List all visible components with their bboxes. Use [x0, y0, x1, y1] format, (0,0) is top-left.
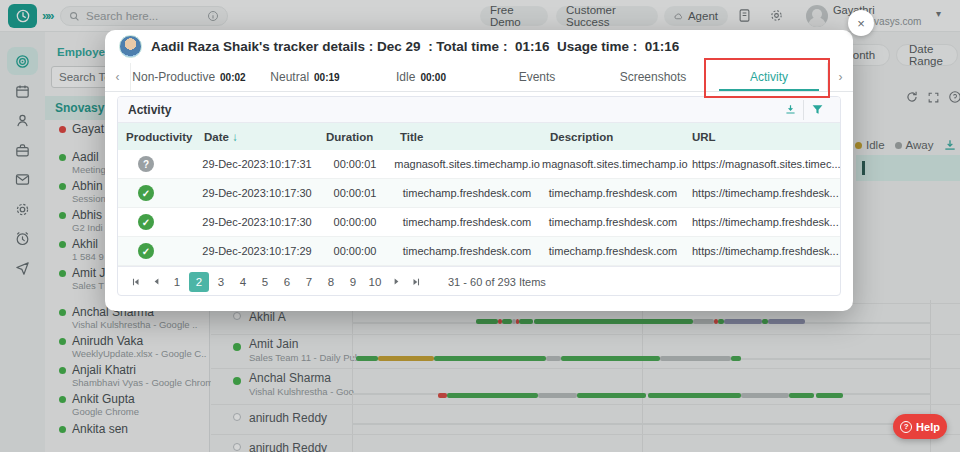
tab-idle[interactable]: Idle00:00: [363, 63, 479, 91]
employee-avatar: [119, 35, 142, 58]
pagination-summary: 31 - 60 of 293 Items: [448, 276, 546, 288]
table-row[interactable]: ✓ 29-Dec-2023:10:17:30 00:00:01 timecham…: [118, 179, 840, 208]
tabs-scroll-left-icon[interactable]: ‹: [105, 63, 131, 91]
page-number[interactable]: 8: [321, 272, 341, 292]
app-root: »» Search here... Free Demo Customer Suc…: [0, 0, 960, 452]
help-button[interactable]: ? Help: [893, 414, 947, 439]
modal-header: Aadil Raza Shaik's tracker details : Dec…: [105, 30, 853, 63]
table-row[interactable]: ? 29-Dec-2023:10:17:31 00:00:01 magnasof…: [118, 150, 840, 179]
tab-non-productive[interactable]: Non-Productive00:02: [131, 63, 247, 91]
last-page-icon[interactable]: [406, 272, 426, 292]
col-title: Title: [392, 131, 542, 143]
modal-tab-bar: ‹ Non-Productive00:02 Neutral00:19 Idle0…: [105, 63, 853, 92]
export-table-icon[interactable]: [778, 100, 804, 120]
sort-desc-icon[interactable]: ↓: [232, 131, 238, 143]
filter-icon[interactable]: [804, 100, 830, 120]
tab-activity[interactable]: Activity: [711, 63, 827, 91]
next-page-icon[interactable]: [386, 272, 406, 292]
col-description: Description: [542, 131, 684, 143]
col-productivity: Productivity: [118, 131, 196, 143]
page-number[interactable]: 6: [277, 272, 297, 292]
page-number[interactable]: 7: [299, 272, 319, 292]
pagination-bar: 1 2 3 4 5 6 7 8 9 10 31 - 60 of 293 Item…: [118, 266, 840, 296]
productivity-unknown-icon: ?: [138, 156, 154, 172]
activity-panel-header: Activity: [118, 97, 840, 123]
col-duration: Duration: [318, 131, 392, 143]
table-header-row: Productivity Date ↓ Duration Title Descr…: [118, 123, 840, 150]
tab-neutral[interactable]: Neutral00:19: [247, 63, 363, 91]
url-link[interactable]: https://timechamp.freshdesk...: [684, 216, 840, 228]
page-number[interactable]: 10: [365, 272, 385, 292]
col-url: URL: [684, 131, 840, 143]
page-number[interactable]: 3: [211, 272, 231, 292]
productivity-productive-icon: ✓: [138, 185, 154, 201]
modal-title: Aadil Raza Shaik's tracker details : Dec…: [151, 39, 679, 54]
total-time-value: 01:16: [515, 39, 550, 54]
url-link[interactable]: https://magnasoft.sites.timec...: [684, 158, 840, 170]
tabs-scroll-right-icon[interactable]: ›: [827, 63, 853, 91]
page-number-active[interactable]: 2: [189, 272, 209, 292]
url-link[interactable]: https://timechamp.freshdesk...: [684, 187, 840, 199]
first-page-icon[interactable]: [126, 272, 146, 292]
tab-screenshots[interactable]: Screenshots: [595, 63, 711, 91]
usage-time-value: 01:16: [645, 39, 680, 54]
page-number[interactable]: 1: [167, 272, 187, 292]
activity-panel: Activity Productivity Date ↓ Duration Ti…: [117, 96, 841, 296]
productivity-productive-icon: ✓: [138, 214, 154, 230]
table-row[interactable]: ✓ 29-Dec-2023:10:17:29 00:00:00 timecham…: [118, 237, 840, 266]
help-question-icon: ?: [900, 421, 912, 433]
tab-events[interactable]: Events: [479, 63, 595, 91]
page-number[interactable]: 4: [233, 272, 253, 292]
page-number[interactable]: 9: [343, 272, 363, 292]
page-number[interactable]: 5: [255, 272, 275, 292]
table-row[interactable]: ✓ 29-Dec-2023:10:17:30 00:00:00 timecham…: [118, 208, 840, 237]
activity-panel-title: Activity: [128, 103, 778, 117]
col-date[interactable]: Date ↓: [196, 131, 318, 143]
productivity-productive-icon: ✓: [138, 243, 154, 259]
tracker-details-modal: × Aadil Raza Shaik's tracker details : D…: [105, 30, 853, 311]
url-link[interactable]: https://timechamp.freshdesk...: [684, 245, 840, 257]
prev-page-icon[interactable]: [146, 272, 166, 292]
